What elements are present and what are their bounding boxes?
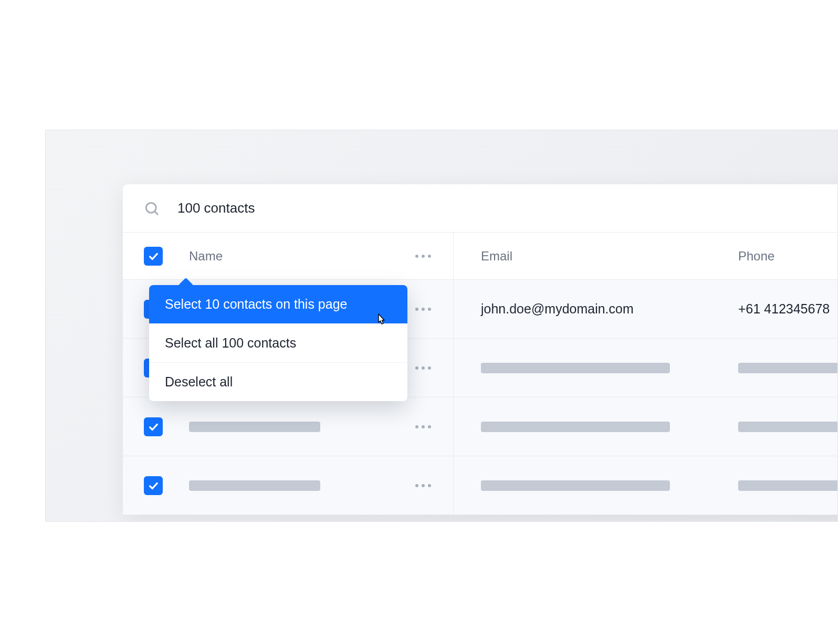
dropdown-item-deselect-all[interactable]: Deselect all [149,363,407,401]
table-row[interactable] [123,397,838,456]
select-dropdown: Select 10 contacts on this page Select a… [149,285,407,401]
more-icon[interactable] [415,255,431,258]
row-checkbox[interactable] [144,417,163,436]
table-row[interactable] [123,456,838,515]
svg-line-1 [155,211,158,214]
placeholder [481,422,670,432]
column-header-phone[interactable]: Phone [738,249,774,264]
placeholder [738,422,838,432]
row-phone: +61 412345678 [738,301,830,317]
placeholder [738,480,838,491]
placeholder [189,422,320,432]
contacts-count: 100 contacts [177,200,255,216]
row-checkbox[interactable] [144,476,163,495]
column-header-email[interactable]: Email [481,249,512,264]
more-icon[interactable] [415,425,431,428]
more-icon[interactable] [415,308,431,311]
placeholder [738,363,838,373]
placeholder [481,480,670,491]
column-header-name[interactable]: Name [189,249,223,264]
placeholder [189,480,320,491]
dropdown-item-select-page[interactable]: Select 10 contacts on this page [149,285,407,324]
column-name: Name [123,233,454,279]
row-email: john.doe@mydomain.com [481,301,634,317]
column-phone: Phone [711,233,838,279]
search-bar[interactable]: 100 contacts [123,184,838,233]
viewport-frame: 100 contacts Name Email Phone [45,130,838,522]
dropdown-item-select-all[interactable]: Select all 100 contacts [149,324,407,363]
more-icon[interactable] [415,366,431,370]
more-icon[interactable] [415,484,431,487]
search-icon [144,201,160,216]
select-all-checkbox[interactable] [144,247,163,266]
column-email: Email [454,233,711,279]
table-header: Name Email Phone [123,233,838,280]
placeholder [481,363,670,373]
